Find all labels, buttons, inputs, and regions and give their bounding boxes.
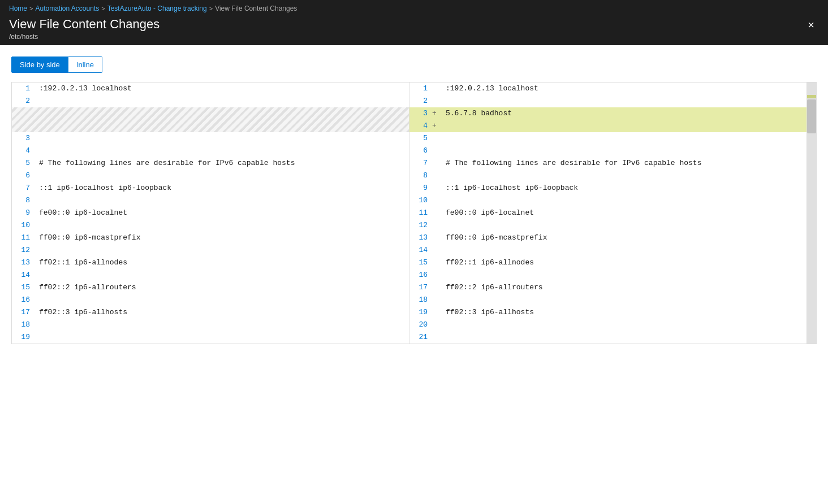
line-content: # The following lines are desirable for … <box>34 157 409 170</box>
line-content: ff00::0 ip6-mcastprefix <box>34 232 409 244</box>
title-row: View File Content Changes /etc/hosts × <box>0 15 828 45</box>
main-content: Side by side Inline 1:192.0.2.13 localho… <box>0 45 828 504</box>
line-num: 1 <box>409 82 432 95</box>
line-num: 16 <box>12 294 34 306</box>
diff-line: 16 <box>12 294 409 306</box>
line-content: fe00::0 ip6-localnet <box>34 207 409 219</box>
diff-line: 8 <box>12 194 409 207</box>
line-num: 8 <box>409 170 432 182</box>
diff-line: 5 <box>409 132 807 145</box>
diff-line: 1:192.0.2.13 localhost <box>12 82 409 95</box>
line-num: 16 <box>409 269 432 281</box>
line-num: 6 <box>12 170 34 182</box>
line-content: ::1 ip6-localhost ip6-loopback <box>34 182 409 194</box>
line-num: 5 <box>12 157 34 170</box>
line-content: ::1 ip6-localhost ip6-loopback <box>441 182 807 194</box>
line-num: 4 <box>409 120 432 132</box>
inline-button[interactable]: Inline <box>68 57 102 73</box>
line-content: :192.0.2.13 localhost <box>441 82 807 95</box>
diff-line: 11ff00::0 ip6-mcastprefix <box>12 232 409 244</box>
line-num: 3 <box>12 132 34 145</box>
line-num: 21 <box>409 331 432 344</box>
right-pane[interactable]: 1:192.0.2.13 localhost23+5.6.7.8 badhost… <box>409 82 807 344</box>
diff-line: 18 <box>409 294 807 306</box>
page-subtitle: /etc/hosts <box>9 33 159 41</box>
diff-line: 21 <box>409 331 807 344</box>
line-num: 5 <box>409 132 432 145</box>
diff-line: 7# The following lines are desirable for… <box>409 157 807 170</box>
header: Home > Automation Accounts > TestAzureAu… <box>0 0 828 45</box>
line-num: 12 <box>409 219 432 232</box>
line-num: 9 <box>409 182 432 194</box>
page-title: View File Content Changes <box>9 17 159 32</box>
scrollbar-marker <box>807 95 816 98</box>
line-num: 18 <box>409 294 432 306</box>
line-num: 18 <box>12 319 34 331</box>
diff-line: 1:192.0.2.13 localhost <box>409 82 807 95</box>
diff-line: 10 <box>12 219 409 232</box>
line-num: 10 <box>409 194 432 207</box>
line-num: 8 <box>12 194 34 207</box>
side-by-side-button[interactable]: Side by side <box>11 57 68 73</box>
scrollbar-track[interactable] <box>807 82 816 344</box>
diff-line: 16 <box>409 269 807 281</box>
diff-line: 4 <box>12 145 409 157</box>
breadcrumb-sep2: > <box>101 5 105 12</box>
diff-line: 3+5.6.7.8 badhost <box>409 107 807 120</box>
line-content: ff02::2 ip6-allrouters <box>441 281 807 294</box>
diff-line: 2 <box>12 95 409 107</box>
diff-line: 13ff02::1 ip6-allnodes <box>12 257 409 269</box>
breadcrumb-sep3: > <box>209 5 213 12</box>
line-content: ff02::1 ip6-allnodes <box>34 257 409 269</box>
line-num: 20 <box>409 319 432 331</box>
line-num: 15 <box>12 281 34 294</box>
diff-line: 4+ <box>409 120 807 132</box>
line-marker: + <box>432 120 441 132</box>
line-num: 14 <box>409 244 432 257</box>
diff-line: 17ff02::3 ip6-allhosts <box>12 306 409 319</box>
line-num: 1 <box>12 82 34 95</box>
line-num: 13 <box>12 257 34 269</box>
diff-line: 7::1 ip6-localhost ip6-loopback <box>12 182 409 194</box>
line-num: 9 <box>12 207 34 219</box>
diff-line: 14 <box>12 269 409 281</box>
line-num: 6 <box>409 145 432 157</box>
line-num: 11 <box>409 207 432 219</box>
breadcrumb-current: View File Content Changes <box>215 5 297 12</box>
line-num: 17 <box>12 306 34 319</box>
breadcrumb: Home > Automation Accounts > TestAzureAu… <box>0 0 828 15</box>
close-button[interactable]: × <box>803 17 819 33</box>
diff-line: 12 <box>409 219 807 232</box>
breadcrumb-home[interactable]: Home <box>9 5 27 12</box>
diff-line: 15ff02::2 ip6-allrouters <box>12 281 409 294</box>
line-num: 13 <box>409 232 432 244</box>
line-marker: + <box>432 107 441 120</box>
line-content: ff02::2 ip6-allrouters <box>34 281 409 294</box>
diff-line: 17ff02::2 ip6-allrouters <box>409 281 807 294</box>
line-num: 14 <box>12 269 34 281</box>
scrollbar-thumb[interactable] <box>807 99 816 133</box>
diff-line: 9fe00::0 ip6-localnet <box>12 207 409 219</box>
view-toggle: Side by side Inline <box>11 57 817 73</box>
diff-line: 6 <box>12 170 409 182</box>
line-num: 11 <box>12 232 34 244</box>
left-pane[interactable]: 1:192.0.2.13 localhost2345# The followin… <box>12 82 409 344</box>
line-num: 19 <box>409 306 432 319</box>
breadcrumb-automation[interactable]: Automation Accounts <box>35 5 99 12</box>
line-num: 2 <box>12 95 34 107</box>
diff-line: 19 <box>12 331 409 344</box>
diff-line: 8 <box>409 170 807 182</box>
line-content: ff02::3 ip6-allhosts <box>34 306 409 319</box>
diff-line: 18 <box>12 319 409 331</box>
line-content: # The following lines are desirable for … <box>441 157 807 170</box>
diff-line: 14 <box>409 244 807 257</box>
line-content: ff02::3 ip6-allhosts <box>441 306 807 319</box>
diff-line: 13ff00::0 ip6-mcastprefix <box>409 232 807 244</box>
line-num: 19 <box>12 331 34 344</box>
line-content: fe00::0 ip6-localnet <box>441 207 807 219</box>
breadcrumb-tracking[interactable]: TestAzureAuto - Change tracking <box>107 5 207 12</box>
line-num: 10 <box>12 219 34 232</box>
diff-line: 2 <box>409 95 807 107</box>
diff-container: 1:192.0.2.13 localhost2345# The followin… <box>11 82 817 344</box>
line-num: 7 <box>409 157 432 170</box>
